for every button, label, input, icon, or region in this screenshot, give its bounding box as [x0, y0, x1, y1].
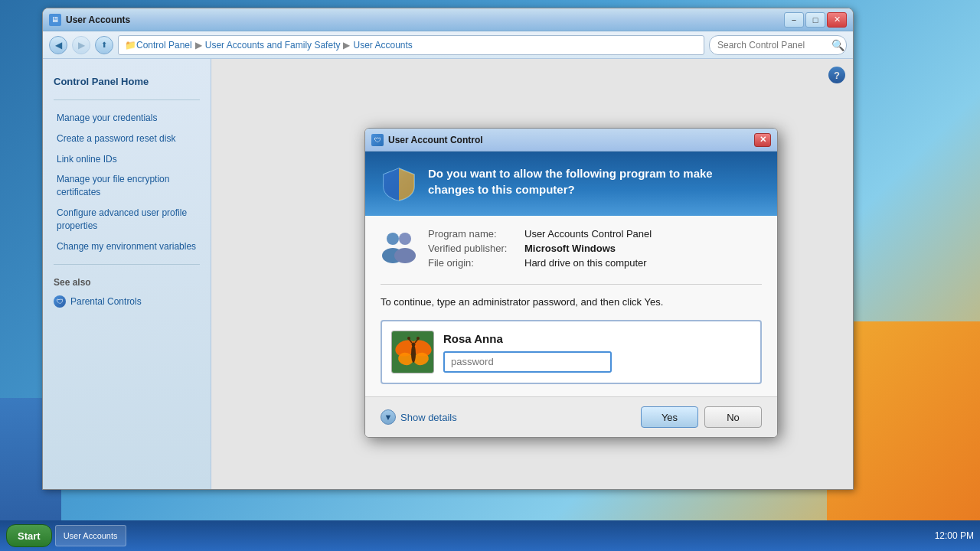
sidebar-item-env-variables[interactable]: Change my environment variables — [43, 236, 211, 257]
uac-instruction: To continue, type an administrator passw… — [381, 295, 762, 309]
taskbar-clock: 12:00 PM — [935, 530, 974, 541]
title-bar-buttons: − □ ✕ — [784, 12, 847, 28]
svg-point-3 — [394, 248, 416, 263]
search-button[interactable]: 🔍 — [828, 36, 847, 54]
taskbar: Start User Accounts 12:00 PM — [0, 520, 980, 551]
uac-close-button[interactable]: ✕ — [754, 133, 771, 147]
publisher-label: Verified publisher: — [428, 243, 520, 254]
avatar-image — [392, 331, 434, 373]
uac-header: Do you want to allow the following progr… — [365, 152, 777, 216]
search-input[interactable] — [709, 35, 847, 55]
sidebar-item-profile-props[interactable]: Configure advanced user profile properti… — [43, 203, 211, 236]
breadcrumb-family-safety[interactable]: User Accounts and Family Safety — [205, 40, 341, 51]
minimize-button[interactable]: − — [784, 12, 804, 28]
breadcrumb-sep-1: ▶ — [195, 40, 202, 51]
sidebar-item-manage-credentials[interactable]: Manage your credentials — [43, 108, 211, 129]
breadcrumb-user-accounts[interactable]: User Accounts — [353, 40, 412, 51]
main-content: ? 🛡 User Account Control ✕ — [211, 59, 853, 489]
parental-controls-icon: 🛡 — [54, 295, 66, 308]
credential-box: Rosa Anna — [381, 320, 762, 384]
sidebar-divider-1 — [54, 99, 200, 100]
program-name-row: Program name: User Accounts Control Pane… — [428, 228, 762, 240]
uac-footer: ▼ Show details Yes No — [365, 396, 777, 437]
publisher-row: Verified publisher: Microsoft Windows — [428, 243, 762, 254]
svg-point-9 — [411, 344, 416, 363]
breadcrumb-folder-icon: 📁 — [125, 40, 136, 51]
svg-point-13 — [407, 337, 410, 340]
start-button[interactable]: Start — [6, 524, 52, 547]
origin-label: File origin: — [428, 257, 520, 269]
sidebar-divider-2 — [54, 264, 200, 265]
origin-row: File origin: Hard drive on this computer — [428, 257, 762, 269]
parental-controls-label: Parental Controls — [70, 296, 142, 307]
breadcrumb: 📁 Control Panel ▶ User Accounts and Fami… — [118, 35, 704, 55]
program-info: Program name: User Accounts Control Pane… — [381, 228, 762, 285]
uac-body: Program name: User Accounts Control Pane… — [365, 216, 777, 396]
maximize-button[interactable]: □ — [805, 12, 825, 28]
shield-icon — [381, 165, 417, 202]
origin-value: Hard drive on this computer — [524, 257, 647, 269]
uac-question: Do you want to allow the following progr… — [428, 165, 762, 197]
user-info: Rosa Anna — [443, 332, 751, 373]
breadcrumb-sep-2: ▶ — [343, 40, 350, 51]
uac-title-icon: 🛡 — [371, 134, 384, 146]
no-button[interactable]: No — [704, 406, 762, 428]
publisher-value: Microsoft Windows — [524, 243, 616, 254]
sidebar-item-parental-controls[interactable]: 🛡 Parental Controls — [43, 292, 211, 311]
sidebar-home[interactable]: Control Panel Home — [43, 71, 211, 92]
main-window: 🖥 User Accounts − □ ✕ ◀ ▶ ⬆ 📁 Control Pa… — [42, 8, 854, 490]
up-button[interactable]: ⬆ — [95, 36, 113, 54]
yes-button[interactable]: Yes — [641, 406, 698, 428]
user-avatar — [391, 331, 434, 373]
sidebar: Control Panel Home Manage your credentia… — [43, 59, 211, 489]
close-button[interactable]: ✕ — [827, 12, 847, 28]
dialog-buttons: Yes No — [641, 406, 762, 428]
see-also-title: See also — [43, 272, 211, 292]
taskbar-task-user-accounts[interactable]: User Accounts — [55, 525, 126, 546]
uac-dialog: 🛡 User Account Control ✕ — [364, 128, 778, 438]
forward-button[interactable]: ▶ — [72, 36, 90, 54]
program-name-label: Program name: — [428, 228, 520, 240]
sidebar-item-encryption[interactable]: Manage your file encryption certificates — [43, 169, 211, 203]
content-area: Control Panel Home Manage your credentia… — [43, 59, 853, 489]
breadcrumb-control-panel[interactable]: Control Panel — [136, 40, 192, 51]
show-details-icon: ▼ — [381, 409, 396, 425]
user-name: Rosa Anna — [443, 332, 751, 345]
show-details-label: Show details — [400, 412, 457, 423]
svg-point-0 — [387, 233, 399, 245]
sidebar-item-password-reset[interactable]: Create a password reset disk — [43, 129, 211, 149]
address-bar: ◀ ▶ ⬆ 📁 Control Panel ▶ User Accounts an… — [43, 31, 853, 59]
svg-point-10 — [412, 343, 416, 347]
program-details: Program name: User Accounts Control Pane… — [428, 228, 762, 272]
uac-title-bar: 🛡 User Account Control ✕ — [365, 129, 777, 152]
program-name-value: User Accounts Control Panel — [524, 228, 652, 240]
uac-title-text: User Account Control — [388, 135, 754, 145]
uac-overlay: 🛡 User Account Control ✕ — [211, 59, 853, 489]
window-title: User Accounts — [66, 15, 784, 25]
back-button[interactable]: ◀ — [49, 36, 67, 54]
window-icon: 🖥 — [49, 14, 61, 26]
password-input[interactable] — [443, 351, 612, 373]
show-details-button[interactable]: ▼ Show details — [381, 409, 457, 425]
svg-point-1 — [399, 233, 411, 245]
program-icon — [381, 228, 417, 265]
title-bar: 🖥 User Accounts − □ ✕ — [43, 8, 853, 31]
uac-header-text: Do you want to allow the following progr… — [428, 165, 762, 197]
sidebar-item-link-online-ids[interactable]: Link online IDs — [43, 149, 211, 170]
svg-point-14 — [416, 337, 420, 340]
taskbar-task-label: User Accounts — [64, 531, 118, 540]
